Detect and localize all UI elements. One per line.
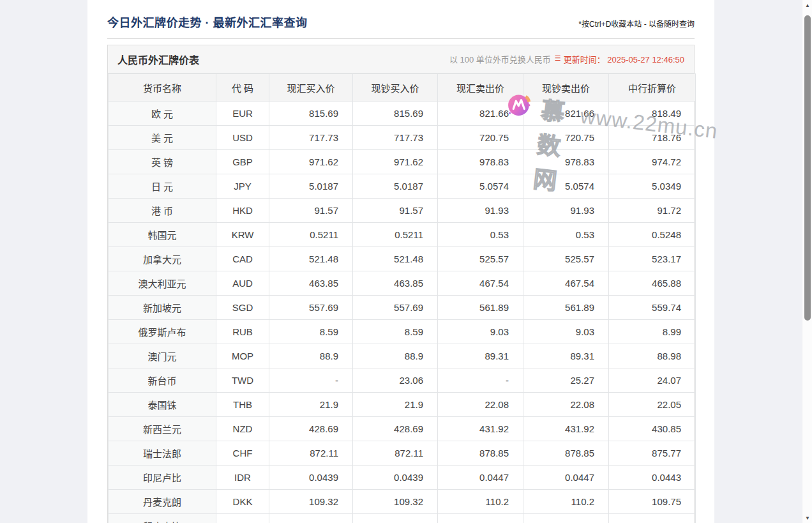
currency-code: THB [216,393,269,417]
page-header: 今日外汇牌价走势 · 最新外汇汇率查询 *按Ctrl+D收藏本站 - 以备随时查… [107,0,695,39]
rate-value: 720.75 [438,126,523,150]
currency-code: HKD [216,199,269,223]
rate-value: 91.72 [609,199,696,223]
rate-value: 109.32 [269,490,353,514]
rate-value: 24.07 [609,368,696,393]
rate-value: 431.92 [438,417,523,441]
currency-name[interactable]: 加拿大元 [109,247,216,271]
rate-value: 91.57 [269,199,353,223]
table-row: 欧 元 EUR 815.69 815.69 821.66 821.66 818.… [109,102,696,126]
rate-value: 0.0439 [269,466,353,490]
rate-value: 821.66 [523,102,609,126]
currency-code: GBP [216,150,269,174]
rate-value: 467.54 [438,271,523,296]
currency-code: DKK [216,490,269,514]
rate-value: 0.5211 [353,223,438,247]
rate-value: 430.85 [609,417,696,441]
rate-value: 9.03 [438,320,523,344]
currency-name[interactable]: 澳门元 [109,344,216,368]
currency-name[interactable]: 泰国铢 [109,393,216,417]
rate-value: 8.99 [609,320,696,344]
rate-value: 561.89 [523,296,609,320]
rate-value: 720.75 [523,126,609,150]
rate-value: 463.85 [269,271,353,296]
rate-value: 431.92 [523,417,609,441]
update-time: 更新时间： 2025-05-27 12:46:50 [564,53,684,65]
scrollbar-up-arrow[interactable]: ▲ [802,0,812,10]
rate-value: 91.57 [353,199,438,223]
currency-name[interactable]: 新加坡元 [109,296,216,320]
currency-code: RUB [216,320,269,344]
rate-value: 5.0574 [438,174,523,199]
exchange-rate-table: 货币名称代 码现汇买入价现钞买入价现汇卖出价现钞卖出价中行折算价 欧 元 EUR… [108,73,696,523]
rate-value: 109.75 [609,490,696,514]
column-header: 代 码 [216,74,269,102]
rate-value: - [438,514,523,523]
rate-value: 428.69 [353,417,438,441]
scrollbar-thumb[interactable] [804,15,811,321]
rate-value: 22.08 [438,393,523,417]
currency-name[interactable]: 港 币 [109,199,216,223]
table-row: 瑞士法郎 CHF 872.11 872.11 878.85 878.85 875… [109,441,696,466]
currency-code: SGD [216,296,269,320]
column-header: 中行折算价 [609,74,696,102]
currency-name[interactable]: 欧 元 [109,102,216,126]
table-row: 韩国元 KRW 0.5211 0.5211 0.53 0.53 0.5248 [109,223,696,247]
table-row: 澳大利亚元 AUD 463.85 463.85 467.54 467.54 46… [109,271,696,296]
rate-value: 9.03 [523,320,609,344]
rate-value: 557.69 [269,296,353,320]
rate-value: 717.73 [353,126,438,150]
rate-value: 557.69 [353,296,438,320]
rate-value: 0.5248 [609,223,696,247]
rate-value: 815.69 [269,102,353,126]
table-row: 港 币 HKD 91.57 91.57 91.93 91.93 91.72 [109,199,696,223]
currency-name[interactable]: 俄罗斯卢布 [109,320,216,344]
table-row: 印尼卢比 IDR 0.0439 0.0439 0.0447 0.0447 0.0… [109,466,696,490]
currency-code: USD [216,126,269,150]
rate-table-body: 欧 元 EUR 815.69 815.69 821.66 821.66 818.… [109,102,696,523]
currency-name[interactable]: 丹麦克朗 [109,490,216,514]
rate-value: 91.93 [438,199,523,223]
rate-value: 21.9 [269,393,353,417]
currency-name[interactable]: 澳大利亚元 [109,271,216,296]
currency-name[interactable]: 韩国元 [109,223,216,247]
rate-value: 878.85 [438,441,523,466]
column-header: 现汇买入价 [269,74,353,102]
currency-name[interactable]: 日 元 [109,174,216,199]
vertical-scrollbar[interactable]: ▲ ▼ [802,0,812,523]
rate-value: 523.17 [609,247,696,271]
rate-value: 5.0349 [609,174,696,199]
rate-value: 815.69 [353,102,438,126]
currency-name[interactable]: 瑞士法郎 [109,441,216,466]
table-row: 日 元 JPY 5.0187 5.0187 5.0574 5.0574 5.03… [109,174,696,199]
rate-value: 91.93 [523,199,609,223]
scrollbar-down-arrow[interactable]: ▼ [802,513,812,523]
table-row: 新台币 TWD - 23.06 - 25.27 24.07 [109,368,696,393]
rate-value: 559.74 [609,296,696,320]
rate-value: 8.59 [269,320,353,344]
unit-note: 以 100 单位外币兑换人民币 [449,53,551,65]
currency-name[interactable]: 印度卢比 [109,514,216,523]
currency-name[interactable]: 新台币 [109,368,216,393]
currency-name[interactable]: 美 元 [109,126,216,150]
rate-value: 23.06 [353,368,438,393]
rate-value: 22.05 [609,393,696,417]
update-time-icon: ☰ [555,55,561,62]
rate-value: 978.83 [523,150,609,174]
table-row: 泰国铢 THB 21.9 21.9 22.08 22.08 22.05 [109,393,696,417]
column-header: 现汇卖出价 [438,74,523,102]
currency-name[interactable]: 印尼卢比 [109,466,216,490]
rate-value: 8.4524 [609,514,696,523]
rate-value: 110.2 [523,490,609,514]
rate-value: 25.27 [523,368,609,393]
rate-value: 21.9 [353,393,438,417]
page-title: 今日外汇牌价走势 · 最新外汇汇率查询 [107,13,308,30]
currency-name[interactable]: 英 镑 [109,150,216,174]
rate-value: 521.48 [353,247,438,271]
rate-value: 88.98 [609,344,696,368]
rate-value: 521.48 [269,247,353,271]
table-row: 丹麦克朗 DKK 109.32 109.32 110.2 110.2 109.7… [109,490,696,514]
rate-value: 525.57 [523,247,609,271]
currency-name[interactable]: 新西兰元 [109,417,216,441]
rate-value: 89.31 [438,344,523,368]
